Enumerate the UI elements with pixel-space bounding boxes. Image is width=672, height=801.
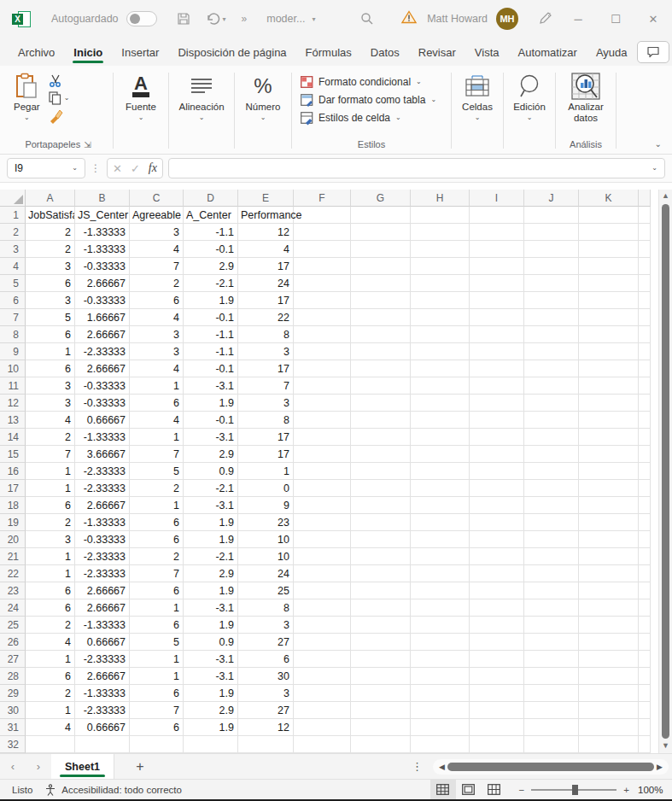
cell-A17[interactable]: 1 bbox=[26, 480, 75, 497]
row-header-17[interactable]: 17 bbox=[0, 480, 26, 497]
cell-F32[interactable] bbox=[294, 736, 351, 753]
cell-partial-12[interactable] bbox=[639, 395, 651, 412]
horizontal-scrollbar[interactable]: ◀ ▶ bbox=[433, 759, 669, 775]
cell-J15[interactable] bbox=[524, 446, 579, 463]
cell-partial-5[interactable] bbox=[639, 275, 651, 292]
scroll-down-icon[interactable]: ▼ bbox=[662, 741, 669, 751]
cell-F30[interactable] bbox=[294, 702, 351, 719]
cell-E11[interactable]: 7 bbox=[238, 377, 294, 395]
cell-A23[interactable]: 6 bbox=[26, 582, 75, 599]
cell-C7[interactable]: 4 bbox=[130, 309, 184, 326]
cell-F24[interactable] bbox=[294, 599, 351, 617]
cell-H16[interactable] bbox=[411, 463, 470, 480]
row-header-21[interactable]: 21 bbox=[0, 548, 26, 565]
cell-B5[interactable]: 2.66667 bbox=[75, 275, 130, 292]
cell-D9[interactable]: -1.1 bbox=[184, 343, 238, 360]
cell-I1[interactable] bbox=[470, 207, 524, 224]
cell-partial-7[interactable] bbox=[639, 309, 651, 326]
cell-partial-27[interactable] bbox=[639, 651, 651, 668]
cell-G6[interactable] bbox=[351, 292, 411, 309]
cell-K4[interactable] bbox=[579, 258, 639, 275]
close-button[interactable]: ✕ bbox=[634, 0, 672, 38]
cell-D5[interactable]: -2.1 bbox=[184, 275, 238, 292]
cell-G27[interactable] bbox=[351, 651, 411, 668]
cell-H4[interactable] bbox=[411, 258, 470, 275]
cell-D32[interactable] bbox=[184, 736, 238, 753]
cell-G31[interactable] bbox=[351, 719, 411, 736]
cell-H15[interactable] bbox=[411, 446, 470, 463]
cell-H32[interactable] bbox=[411, 736, 470, 753]
cell-H25[interactable] bbox=[411, 617, 470, 634]
cell-K2[interactable] bbox=[579, 224, 639, 241]
cell-partial-6[interactable] bbox=[639, 292, 651, 309]
cell-B7[interactable]: 1.66667 bbox=[75, 309, 130, 326]
cell-A22[interactable]: 1 bbox=[26, 565, 75, 582]
cell-C17[interactable]: 2 bbox=[130, 480, 184, 497]
cell-H20[interactable] bbox=[411, 531, 470, 548]
cell-B23[interactable]: 2.66667 bbox=[75, 582, 130, 599]
cell-A20[interactable]: 3 bbox=[26, 531, 75, 548]
cell-H26[interactable] bbox=[411, 634, 470, 651]
cell-H12[interactable] bbox=[411, 395, 470, 412]
cell-K21[interactable] bbox=[579, 548, 639, 565]
cell-B12[interactable]: -0.33333 bbox=[75, 395, 130, 412]
row-header-24[interactable]: 24 bbox=[0, 599, 26, 617]
cell-E19[interactable]: 23 bbox=[238, 514, 294, 531]
cell-C16[interactable]: 5 bbox=[130, 463, 184, 480]
cell-I28[interactable] bbox=[470, 668, 524, 685]
cell-J2[interactable] bbox=[524, 224, 579, 241]
cell-B32[interactable] bbox=[75, 736, 130, 753]
cell-E13[interactable]: 8 bbox=[238, 412, 294, 429]
warning-button[interactable] bbox=[401, 10, 417, 27]
cell-E3[interactable]: 4 bbox=[238, 241, 294, 258]
cell-F1[interactable] bbox=[294, 207, 351, 224]
cell-I27[interactable] bbox=[470, 651, 524, 668]
cell-K25[interactable] bbox=[579, 617, 639, 634]
cell-J29[interactable] bbox=[524, 685, 579, 702]
cell-F12[interactable] bbox=[294, 395, 351, 412]
cell-I21[interactable] bbox=[470, 548, 524, 565]
cell-partial-3[interactable] bbox=[639, 241, 651, 258]
cell-K11[interactable] bbox=[579, 377, 639, 395]
cell-partial-10[interactable] bbox=[639, 360, 651, 377]
cell-B4[interactable]: -0.33333 bbox=[75, 258, 130, 275]
cell-H2[interactable] bbox=[411, 224, 470, 241]
cell-J21[interactable] bbox=[524, 548, 579, 565]
cell-A7[interactable]: 5 bbox=[26, 309, 75, 326]
page-break-preview-button[interactable] bbox=[482, 780, 507, 800]
cell-B24[interactable]: 2.66667 bbox=[75, 599, 130, 617]
column-header-i[interactable]: I bbox=[470, 190, 524, 207]
cell-A9[interactable]: 1 bbox=[26, 343, 75, 360]
cell-F18[interactable] bbox=[294, 497, 351, 514]
cell-D16[interactable]: 0.9 bbox=[184, 463, 238, 480]
cell-F10[interactable] bbox=[294, 360, 351, 377]
cell-G19[interactable] bbox=[351, 514, 411, 531]
cell-partial-31[interactable] bbox=[639, 719, 651, 736]
column-header-d[interactable]: D bbox=[184, 190, 238, 207]
cell-D23[interactable]: 1.9 bbox=[184, 582, 238, 599]
cell-partial-25[interactable] bbox=[639, 617, 651, 634]
cell-J16[interactable] bbox=[524, 463, 579, 480]
cell-H1[interactable] bbox=[411, 207, 470, 224]
save-button[interactable] bbox=[177, 12, 190, 26]
cell-E7[interactable]: 22 bbox=[238, 309, 294, 326]
cell-J10[interactable] bbox=[524, 360, 579, 377]
cell-I32[interactable] bbox=[470, 736, 524, 753]
cell-A3[interactable]: 2 bbox=[26, 241, 75, 258]
cell-D25[interactable]: 1.9 bbox=[184, 617, 238, 634]
cell-B10[interactable]: 2.66667 bbox=[75, 360, 130, 377]
cell-J5[interactable] bbox=[524, 275, 579, 292]
cell-grid[interactable]: ABCDEFGHIJK1JobSatisfaJS_CenterAgreeable… bbox=[0, 190, 658, 753]
cell-K31[interactable] bbox=[579, 719, 639, 736]
cell-partial-28[interactable] bbox=[639, 668, 651, 685]
cell-B3[interactable]: -1.33333 bbox=[75, 241, 130, 258]
horizontal-scroll-thumb[interactable] bbox=[447, 763, 654, 771]
cell-I18[interactable] bbox=[470, 497, 524, 514]
scroll-left-icon[interactable]: ◀ bbox=[436, 763, 447, 771]
cell-K5[interactable] bbox=[579, 275, 639, 292]
editing-menu-button[interactable]: Edición ⌄ bbox=[506, 69, 552, 123]
cell-partial-18[interactable] bbox=[639, 497, 651, 514]
column-header-g[interactable]: G bbox=[351, 190, 411, 207]
cell-E32[interactable] bbox=[238, 736, 294, 753]
row-header-27[interactable]: 27 bbox=[0, 651, 26, 668]
